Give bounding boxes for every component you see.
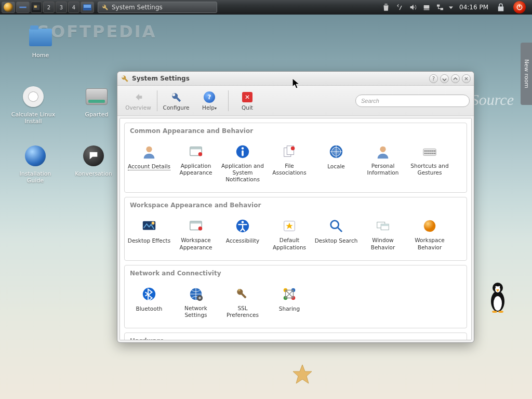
lock-screen-button[interactable] [495,2,507,13]
settings-item-workspace-appearance[interactable]: Workspace Appearance [173,215,219,252]
window-minimize-button[interactable] [440,74,449,83]
settings-item-accessibility[interactable]: Accessibility [220,215,265,252]
toolbar-configure-button[interactable]: Configure [159,91,193,111]
tray-expand-icon[interactable] [449,3,453,12]
app-launcher-button[interactable] [2,2,15,13]
settings-item-label: Application Appearance [174,163,218,176]
panel-clock[interactable]: 04:16 PM [457,4,490,11]
svg-point-18 [492,311,497,313]
svg-rect-27 [242,150,244,156]
svg-rect-50 [190,221,202,224]
svg-rect-45 [432,153,434,154]
taskbar-entry-system-settings[interactable]: System Settings [98,2,217,13]
svg-rect-42 [426,153,428,154]
window-maximize-button[interactable] [451,74,460,83]
svg-point-26 [242,147,244,150]
desktop-icon-konversation[interactable]: Konversation [69,143,118,177]
settings-item-ssl-prefs[interactable]: SSL Preferences [220,283,265,321]
toolbar-help-button[interactable]: ? Help▾ [193,91,226,111]
window-help-button[interactable]: ? [429,74,438,83]
settings-item-window-behavior[interactable]: Window Behavior [360,215,406,252]
settings-item-app-appearance[interactable]: Application Appearance [173,141,219,185]
clipboard-icon[interactable] [395,3,404,12]
show-desktop-button[interactable] [81,2,94,13]
info-icon [234,143,251,161]
pager-4[interactable]: 4 [68,2,79,13]
svg-point-33 [380,147,385,152]
settings-item-label: Bluetooth [136,305,163,312]
settings-item-shortcuts-gestures[interactable]: Shortcuts and Gestures [407,141,453,185]
starfish-decoration [292,364,313,384]
logout-button[interactable] [513,1,526,14]
pager-3[interactable]: 3 [56,2,67,13]
trash-icon[interactable] [381,3,391,12]
window-icon [187,143,205,161]
settings-item-sharing[interactable]: Sharing [267,283,312,321]
svg-rect-7 [437,5,440,7]
svg-rect-46 [434,153,435,154]
desktop-icon-label: Home [16,52,65,59]
window-title: System Settings [132,75,190,82]
search-input[interactable] [355,95,470,107]
settings-item-bluetooth[interactable]: Bluetooth [126,283,172,321]
network-tray-icon[interactable] [435,3,445,12]
settings-item-locale[interactable]: Locale [313,141,359,185]
category-title: Hardware [125,333,467,340]
category-title: Common Appearance and Behavior [125,123,467,136]
window-close-button[interactable]: ✕ [462,74,471,83]
settings-item-workspace-behavior[interactable]: Workspace Behavior [407,215,453,252]
svg-rect-39 [432,150,434,152]
svg-marker-20 [293,365,312,383]
svg-rect-4 [84,5,91,8]
settings-item-notifications[interactable]: Application and System Notifications [220,141,265,185]
category-grid: Account DetailsApplication AppearanceApp… [125,136,467,192]
svg-rect-8 [441,8,443,10]
settings-item-label: Workspace Behavior [408,237,451,250]
system-settings-window: System Settings ? ✕ Overview Configure ?… [117,71,474,343]
bt-icon [140,285,158,303]
net-icon [187,285,205,303]
category-0: Common Appearance and BehaviorAccount De… [124,123,467,193]
files-icon [281,143,298,161]
svg-rect-2 [34,6,37,8]
settings-item-desktop-effects[interactable]: Desktop Effects [126,215,172,252]
svg-rect-60 [381,224,389,227]
svg-rect-44 [430,153,432,154]
orange-icon [421,217,438,235]
settings-item-desktop-search[interactable]: Desktop Search [313,215,359,252]
settings-item-file-assoc[interactable]: File Associations [267,141,312,185]
top-panel: 2 3 4 System Settings 04:16 PM [0,0,532,15]
svg-point-21 [146,147,152,152]
ssl-icon [234,285,251,303]
desktop-icon-installation-guide[interactable]: Installation Guide [10,143,60,184]
settings-item-network-settings[interactable]: Network Settings [173,283,219,321]
toolbar-label: Overview [122,104,155,111]
svg-rect-0 [19,7,26,8]
settings-item-default-apps[interactable]: Default Applications [267,215,312,252]
toolbar-quit-button[interactable]: ✕ Quit [231,91,264,111]
toolbox-button[interactable] [16,2,30,13]
wallpaper-caption: Source [471,91,514,109]
help-icon: ? [203,91,216,103]
taskbar-entry-label: System Settings [112,4,163,11]
svg-point-51 [198,227,203,231]
star-icon [281,217,298,235]
settings-item-account-details[interactable]: Account Details [126,141,172,185]
category-grid: BluetoothNetwork SettingsSSL Preferences… [125,278,467,328]
settings-content[interactable]: Common Appearance and BehaviorAccount De… [119,118,472,340]
pager-1[interactable] [31,2,42,13]
device-icon[interactable] [422,3,431,12]
desktop-icon-calculate-install[interactable]: Calculate Linux Install [8,84,58,125]
installer-icon [21,84,46,109]
category-title: Network and Connectivity [125,265,467,278]
volume-icon[interactable] [408,3,418,12]
svg-point-19 [498,311,503,313]
side-tab-new-room[interactable]: New room [521,43,532,105]
penguin-decoration [488,281,507,313]
pager-2[interactable]: 2 [43,2,55,13]
titlebar[interactable]: System Settings ? ✕ [117,72,474,86]
chat-icon [81,143,106,168]
desktop-icon-gparted[interactable]: Gparted [72,84,122,118]
settings-item-personal-info[interactable]: Personal Information [360,141,406,185]
desktop-icon-home[interactable]: Home [16,25,65,59]
